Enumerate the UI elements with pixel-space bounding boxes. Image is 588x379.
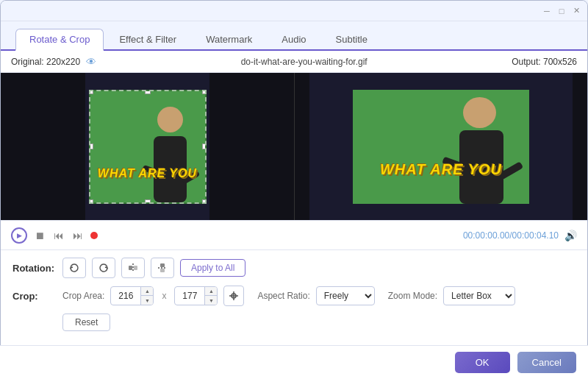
handle-bm[interactable]	[145, 199, 151, 204]
crop-frame[interactable]: WHAT ARE YOU	[89, 90, 207, 204]
crop-width-field[interactable]	[111, 291, 140, 301]
bottom-bar: OK Cancel	[0, 345, 588, 379]
svg-rect-4	[160, 269, 165, 272]
rotation-row: Rotation:	[12, 258, 576, 278]
crop-height-down[interactable]: ▼	[205, 296, 217, 305]
preview-area: WHAT ARE YOU WHAT AR	[1, 73, 587, 220]
zoom-mode-label: Zoom Mode:	[388, 291, 437, 301]
volume-icon[interactable]: 🔊	[564, 230, 577, 241]
svg-rect-3	[160, 263, 165, 267]
cancel-button[interactable]: Cancel	[517, 352, 576, 373]
ok-button[interactable]: OK	[455, 352, 510, 373]
flip-v-button[interactable]	[151, 258, 174, 278]
record-indicator	[90, 232, 98, 239]
center-crop-button[interactable]	[223, 286, 244, 306]
flip-h-button[interactable]	[121, 258, 145, 278]
tab-watermark[interactable]: Watermark	[192, 29, 266, 49]
rotation-label: Rotation:	[12, 263, 57, 274]
handle-br[interactable]	[202, 199, 207, 204]
crop-width-up[interactable]: ▲	[141, 286, 153, 296]
info-bar: Original: 220x220 👁 do-it-what-are-you-w…	[1, 51, 587, 73]
filename-display: do-it-what-are-you-waiting-for.gif	[241, 57, 368, 67]
crop-height-field[interactable]	[175, 291, 204, 301]
tabs-bar: Rotate & Crop Effect & Filter Watermark …	[1, 21, 587, 51]
aspect-ratio-label: Aspect Ratio:	[257, 291, 309, 301]
apply-to-all-button[interactable]: Apply to All	[180, 259, 245, 277]
crop-row: Crop: Crop Area: ▲ ▼ x ▲ ▼ A	[12, 286, 576, 306]
svg-rect-1	[134, 266, 137, 270]
preview-left: WHAT ARE YOU	[1, 73, 295, 220]
crop-label: Crop:	[12, 291, 57, 302]
visibility-icon[interactable]: 👁	[86, 56, 96, 68]
reset-button[interactable]: Reset	[62, 314, 110, 331]
maximize-button[interactable]: □	[556, 6, 567, 16]
prev-button[interactable]: ⏮	[52, 230, 65, 241]
original-info: Original: 220x220 👁	[11, 56, 96, 68]
window-controls: ─ □ ✕	[542, 6, 581, 16]
stop-button[interactable]: ⏹	[33, 230, 46, 241]
output-preview: WHAT ARE YOU	[353, 90, 529, 204]
controls-area: Rotation:	[1, 249, 587, 346]
playback-bar: ▶ ⏹ ⏮ ⏭ 00:00:00.00/00:00:04.10 🔊	[1, 220, 587, 249]
time-display: 00:00:00.00/00:00:04.10	[463, 230, 559, 241]
output-size: Output: 700x526	[512, 57, 577, 67]
preview-right: WHAT ARE YOU	[295, 73, 587, 220]
next-button[interactable]: ⏭	[71, 230, 85, 241]
handle-tl[interactable]	[89, 90, 93, 94]
tab-audio[interactable]: Audio	[268, 29, 320, 49]
crop-width-down[interactable]: ▼	[141, 296, 153, 305]
zoom-mode-select[interactable]: Letter Box Pan & Scan Full	[443, 286, 515, 305]
reset-row: Reset	[12, 314, 576, 331]
x-separator: x	[159, 291, 168, 301]
tab-rotate-crop[interactable]: Rotate & Crop	[15, 29, 104, 51]
rotate-ccw-button[interactable]	[62, 258, 86, 278]
original-size: Original: 220x220	[11, 57, 80, 67]
tab-subtitle[interactable]: Subtitle	[322, 29, 381, 49]
play-button[interactable]: ▶	[11, 227, 27, 244]
aspect-ratio-select[interactable]: Freely 16:9 4:3 1:1	[316, 286, 375, 305]
minimize-button[interactable]: ─	[542, 6, 552, 16]
tab-effect-filter[interactable]: Effect & Filter	[105, 29, 190, 49]
crop-height-input: ▲ ▼	[174, 286, 218, 305]
rotate-cw-button[interactable]	[92, 258, 115, 278]
crop-width-input: ▲ ▼	[110, 286, 154, 305]
handle-tm[interactable]	[145, 90, 151, 94]
svg-rect-0	[129, 266, 132, 270]
title-bar: ─ □ ✕	[1, 1, 587, 21]
gif-text-right: WHAT ARE YOU	[380, 161, 502, 178]
handle-bl[interactable]	[89, 199, 93, 204]
handle-tr[interactable]	[202, 90, 207, 94]
handle-ml[interactable]	[89, 144, 93, 149]
crop-area-label: Crop Area:	[62, 291, 104, 301]
crop-height-up[interactable]: ▲	[205, 286, 217, 296]
close-button[interactable]: ✕	[571, 6, 581, 16]
handle-mr[interactable]	[202, 144, 207, 149]
gif-text-left: WHAT ARE YOU	[98, 167, 197, 180]
